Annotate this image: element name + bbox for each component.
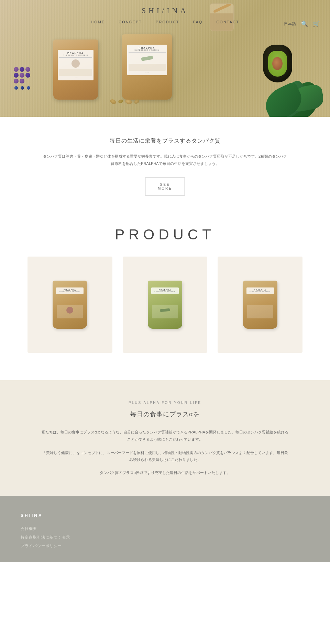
see-more-button[interactable]: SEE MORE <box>145 178 185 195</box>
bag-label-right: PRALPHA SUPERFOOD PROTEIN - - - - - <box>127 45 167 75</box>
footer-brand: SHIINA <box>21 513 309 518</box>
product-bag-right: PRALPHA SUPERFOOD PROTEIN - - - - - <box>122 34 172 100</box>
footer-link-1[interactable]: 会社概要 <box>21 526 309 531</box>
plus-alpha-body2: 「美味しく健康に」をコンセプトに、スーパーフードを原料に使用し、植物性・動物性両… <box>41 449 289 464</box>
header: SHI/INA HOME CONCEPT PRODUCT FAQ CONTACT… <box>0 0 330 24</box>
concept-heading: 毎日の生活に栄養をプラスするタンパク質 <box>41 137 289 145</box>
search-icon: 🔍 <box>301 21 308 27</box>
product-heading: PRODUCT <box>28 226 302 243</box>
footer-link-3[interactable]: プライバシーポリシー <box>21 543 309 549</box>
cart-icon: 🛒 <box>313 21 320 27</box>
plus-alpha-section: PLUS ALPHA FOR YOUR LIFE 毎日の食事にプラスαを 私たち… <box>0 380 330 496</box>
footer-links: 会社概要 特定商取引法に基づく表示 プライバシーポリシー <box>21 526 309 549</box>
nav-faq[interactable]: FAQ <box>193 20 202 24</box>
nav-contact[interactable]: CONTACT <box>216 20 239 24</box>
language-switcher[interactable]: 日本語 <box>284 21 296 26</box>
product-card-2[interactable]: PRALPHA SUPERFOOD PROTEIN <box>123 257 208 353</box>
cart-button[interactable]: 🛒 <box>313 21 320 27</box>
concept-body: タンパク質は筋肉・骨・皮膚・髪など体を構成する重要な栄養素です。現代人は食事から… <box>41 153 289 167</box>
nav-product[interactable]: PRODUCT <box>156 20 179 24</box>
product-image-1: PRALPHA SUPERFOOD PROTEIN <box>53 281 87 329</box>
concept-section: 毎日の生活に栄養をプラスするタンパク質 タンパク質は筋肉・骨・皮膚・髪など体を構… <box>0 117 330 213</box>
search-button[interactable]: 🔍 <box>301 21 308 27</box>
plus-alpha-subtitle: PLUS ALPHA FOR YOUR LIFE <box>41 401 289 405</box>
greens-decoration <box>261 65 323 117</box>
logo[interactable]: SHI/INA <box>142 6 189 15</box>
header-right: 日本語 🔍 🛒 <box>284 21 320 27</box>
seeds-decoration <box>110 100 140 104</box>
nav-home[interactable]: HOME <box>91 20 105 24</box>
main-nav: HOME CONCEPT PRODUCT FAQ CONTACT <box>91 20 239 24</box>
grapes-decoration <box>14 67 34 92</box>
nav-concept[interactable]: CONCEPT <box>119 20 142 24</box>
product-image-2: PRALPHA SUPERFOOD PROTEIN <box>148 281 182 329</box>
product-bag-left: PRALPHA SUPERFOOD PROTEIN - - - - - <box>53 39 98 100</box>
plus-alpha-note: タンパク質のプラスα摂取でより充実した毎日の生活をサポートいたします。 <box>41 470 289 475</box>
plus-alpha-body1: 私たちは、毎日の食事にプラスαとなるような、自分に合ったタンパク質補給ができるP… <box>41 429 289 443</box>
product-card-1[interactable]: PRALPHA SUPERFOOD PROTEIN <box>28 257 112 353</box>
product-section: PRODUCT PRALPHA SUPERFOOD PROTEIN PRALPH… <box>0 213 330 380</box>
footer: SHIINA 会社概要 特定商取引法に基づく表示 プライバシーポリシー <box>0 496 330 562</box>
footer-link-2[interactable]: 特定商取引法に基づく表示 <box>21 535 309 540</box>
plus-alpha-title: 毎日の食事にプラスαを <box>41 410 289 418</box>
product-grid: PRALPHA SUPERFOOD PROTEIN PRALPHA SUPERF… <box>28 257 302 360</box>
product-image-3: PRALPHA SUPERFOOD PROTEIN <box>243 281 277 329</box>
product-card-3[interactable]: PRALPHA SUPERFOOD PROTEIN <box>218 257 302 353</box>
bag-label-left: PRALPHA SUPERFOOD PROTEIN - - - - - <box>58 50 94 80</box>
